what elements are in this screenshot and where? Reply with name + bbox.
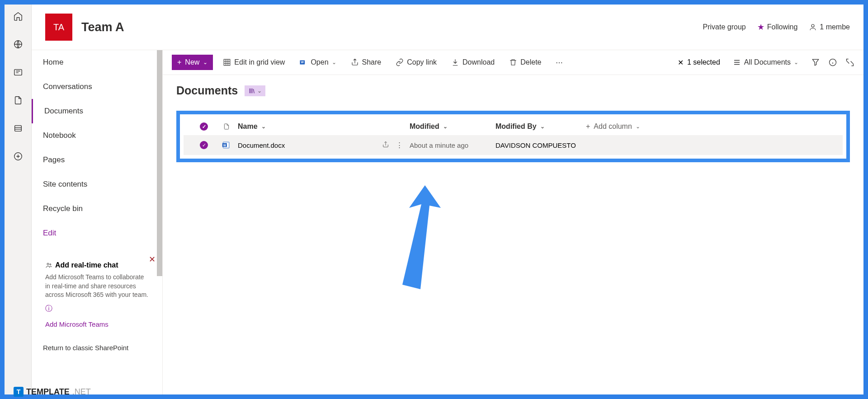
file-icon[interactable] [13, 95, 23, 105]
toolbar: + New ⌄ Edit in grid view W Open ⌄ [163, 50, 863, 75]
grid-label: Edit in grid view [234, 58, 285, 66]
row-file-icon: W [215, 141, 238, 150]
person-icon [809, 23, 817, 31]
watermark-icon: T [14, 387, 24, 397]
file-name: Document.docx [238, 141, 285, 149]
svg-text:W: W [223, 144, 226, 147]
toolbar-right: ✕ 1 selected All Documents ⌄ [678, 56, 854, 69]
add-icon[interactable] [13, 151, 23, 161]
copy-link-button[interactable]: Copy link [391, 56, 441, 69]
nav-recycle-bin[interactable]: Recycle bin [32, 197, 162, 221]
more-row-icon[interactable]: ⋮ [396, 141, 403, 149]
watermark: T TEMPLATE.NET [14, 387, 91, 397]
svg-marker-14 [402, 185, 441, 289]
star-icon: ★ [757, 22, 764, 32]
check-icon: ✓ [200, 122, 208, 131]
check-icon: ✓ [200, 141, 208, 149]
download-icon [451, 58, 459, 66]
members-button[interactable]: 1 membe [809, 23, 850, 31]
site-logo[interactable]: TA [45, 14, 72, 41]
plus-icon: + [177, 58, 181, 66]
home-icon[interactable] [13, 11, 23, 21]
news-icon[interactable] [13, 67, 23, 77]
chat-title-text: Add real-time chat [55, 261, 118, 269]
add-column[interactable]: + Add column ⌄ [586, 122, 667, 131]
view-selector[interactable]: All Documents ⌄ [728, 56, 803, 69]
library-badge[interactable]: ⌄ [245, 85, 265, 96]
app-root: TA Team A Private group ★ Following 1 me… [5, 5, 863, 394]
share-row-icon[interactable] [382, 141, 389, 148]
chat-link[interactable]: Add Microsoft Teams [45, 320, 149, 328]
chat-title: Add real-time chat [45, 261, 149, 269]
nav-notebook[interactable]: Notebook [32, 123, 162, 148]
open-label: Open [311, 58, 328, 66]
scrollbar[interactable] [157, 50, 162, 276]
word-icon: W [299, 58, 307, 66]
download-button[interactable]: Download [447, 56, 499, 69]
share-icon [351, 58, 359, 66]
row-actions: ⋮ [382, 141, 403, 149]
table-row[interactable]: ✓ W Document.docx ⋮ About a minute ago [184, 135, 843, 155]
select-all[interactable]: ✓ [193, 122, 215, 131]
add-column-label: Add column [594, 122, 632, 131]
chevron-down-icon: ⌄ [203, 59, 208, 66]
chevron-down-icon: ⌄ [443, 123, 448, 130]
copy-label: Copy link [407, 58, 437, 66]
return-classic[interactable]: Return to classic SharePoint [43, 344, 151, 352]
open-button[interactable]: W Open ⌄ [295, 56, 340, 69]
header-right: Private group ★ Following 1 membe [703, 22, 850, 32]
nav-conversations[interactable]: Conversations [32, 75, 162, 99]
nav-pages[interactable]: Pages [32, 148, 162, 172]
download-label: Download [462, 58, 495, 66]
delete-button[interactable]: Delete [505, 56, 546, 69]
share-label: Share [362, 58, 382, 66]
share-button[interactable]: Share [346, 56, 386, 69]
svg-text:W: W [301, 61, 304, 64]
body: Home Conversations Documents Notebook Pa… [32, 50, 863, 394]
ellipsis-icon: ⋯ [556, 58, 563, 67]
row-modifiedby: DAVIDSON COMPUESTO [495, 141, 586, 149]
globe-icon[interactable] [13, 39, 23, 49]
filter-icon[interactable] [811, 58, 820, 67]
selection-count[interactable]: ✕ 1 selected [678, 58, 720, 67]
main: + New ⌄ Edit in grid view W Open ⌄ [163, 50, 863, 394]
teams-icon [45, 262, 52, 269]
list-icon[interactable] [13, 123, 23, 133]
library-header: Documents ⌄ [163, 75, 863, 106]
nav-site-contents[interactable]: Site contents [32, 172, 162, 197]
modifiedby-header: Modified By [495, 122, 537, 131]
chevron-down-icon: ⌄ [636, 123, 640, 130]
members-label: 1 membe [820, 23, 850, 31]
chevron-down-icon: ⌄ [794, 59, 798, 66]
edit-grid-button[interactable]: Edit in grid view [218, 56, 289, 69]
info-icon[interactable]: ⓘ [45, 304, 149, 314]
svg-point-5 [47, 263, 49, 265]
expand-icon[interactable] [845, 58, 854, 67]
chat-card: ✕ Add real-time chat Add Microsoft Teams… [38, 254, 156, 335]
watermark-suffix: .NET [72, 387, 91, 397]
chat-desc: Add Microsoft Teams to collaborate in re… [45, 273, 149, 300]
info-icon[interactable] [828, 58, 837, 67]
file-type-icon [223, 122, 230, 131]
name-column[interactable]: Name ⌄ [238, 122, 410, 131]
nav-documents[interactable]: Documents [32, 99, 162, 123]
new-button[interactable]: + New ⌄ [172, 55, 213, 70]
plus-icon: + [586, 122, 590, 131]
word-doc-icon: W [222, 141, 231, 150]
site-title: Team A [81, 20, 124, 34]
view-icon [733, 58, 741, 66]
chevron-down-icon: ⌄ [332, 59, 336, 66]
nav-home[interactable]: Home [32, 50, 162, 75]
highlight-box: ✓ Name ⌄ Modified ⌄ Modi [176, 111, 850, 162]
close-icon[interactable]: ✕ [149, 254, 156, 264]
grid-icon [223, 58, 231, 66]
row-name[interactable]: Document.docx ⋮ [238, 141, 410, 149]
link-icon [396, 58, 404, 66]
row-check[interactable]: ✓ [193, 141, 215, 149]
follow-button[interactable]: ★ Following [757, 22, 798, 32]
more-button[interactable]: ⋯ [551, 56, 567, 70]
modified-column[interactable]: Modified ⌄ [410, 122, 495, 131]
table-header: ✓ Name ⌄ Modified ⌄ Modi [184, 118, 843, 135]
nav-edit[interactable]: Edit [32, 221, 162, 245]
modifiedby-column[interactable]: Modified By ⌄ [495, 122, 586, 131]
